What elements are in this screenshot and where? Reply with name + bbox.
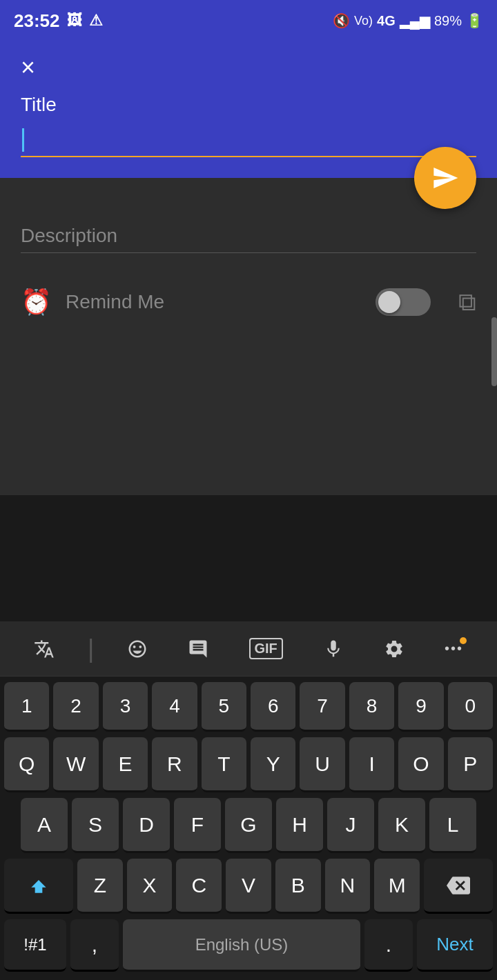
backspace-icon [447,874,470,897]
key-4[interactable]: 4 [152,682,197,732]
key-m[interactable]: M [374,859,420,914]
alert-icon: ⚠ [89,12,103,30]
key-1[interactable]: 1 [4,682,49,732]
key-b[interactable]: B [275,859,321,914]
key-k[interactable]: K [378,798,425,853]
key-f[interactable]: F [174,798,221,853]
key-n[interactable]: N [325,859,371,914]
zxcv-row: Z X C V B N M [0,856,497,917]
key-o[interactable]: O [398,737,443,792]
key-u[interactable]: U [300,737,344,792]
key-7[interactable]: 7 [300,682,344,732]
content-area: ⏰ Remind Me ⧉ [0,178,497,495]
space-button[interactable]: English (US) [123,919,360,972]
title-input-container [21,123,476,157]
status-time: 23:52 [14,10,60,32]
period-button[interactable]: . [364,919,413,972]
key-j[interactable]: J [327,798,374,853]
key-2[interactable]: 2 [53,682,98,732]
remind-icon: ⏰ [21,288,52,317]
sticker-button[interactable] [181,632,215,666]
key-9[interactable]: 9 [398,682,443,732]
settings-button[interactable] [377,632,411,666]
key-x[interactable]: X [127,859,173,914]
send-button[interactable] [414,147,476,209]
key-z[interactable]: Z [77,859,123,914]
next-button[interactable]: Next [417,919,493,972]
asdf-row: A S D F G H J K L [0,795,497,856]
shift-icon [28,874,50,897]
comma-label: , [92,933,97,957]
battery-percent: 89% [434,13,462,29]
key-l[interactable]: L [429,798,476,853]
backspace-button[interactable] [424,859,493,914]
key-a[interactable]: A [21,798,68,853]
key-5[interactable]: 5 [202,682,246,732]
gif-label: GIF [249,638,283,659]
signal-icon: ▂▄▆ [400,12,430,29]
key-0[interactable]: 0 [448,682,493,732]
status-time-area: 23:52 🖼 ⚠ [14,10,103,32]
close-button[interactable]: × [21,55,35,80]
network-type: 4G [377,13,396,29]
gallery-icon: 🖼 [67,12,82,30]
emoji-button[interactable] [120,632,155,666]
next-label: Next [436,934,473,955]
sym-label: !#1 [23,935,46,954]
remind-toggle[interactable] [376,288,431,316]
key-i[interactable]: I [349,737,394,792]
battery-icon: 🔋 [466,12,483,29]
comma-button[interactable]: , [70,919,119,972]
key-t[interactable]: T [202,737,246,792]
text-cursor [22,128,24,152]
key-g[interactable]: G [225,798,272,853]
key-p[interactable]: P [448,737,493,792]
space-label: English (US) [195,935,289,954]
number-row: 1 2 3 4 5 6 7 8 9 0 [0,677,497,734]
key-y[interactable]: Y [251,737,295,792]
toolbar-divider: | [88,634,94,663]
scrollbar[interactable] [491,317,497,386]
gif-button[interactable]: GIF [242,631,290,666]
key-v[interactable]: V [226,859,271,914]
key-c[interactable]: C [176,859,222,914]
key-r[interactable]: R [152,737,197,792]
key-6[interactable]: 6 [251,682,295,732]
translate-button[interactable] [27,632,61,666]
toggle-thumb [378,291,400,313]
send-icon [431,164,459,192]
key-s[interactable]: S [72,798,119,853]
sym-button[interactable]: !#1 [4,919,66,972]
key-3[interactable]: 3 [103,682,148,732]
shift-button[interactable] [4,859,73,914]
period-label: . [386,933,391,957]
qwerty-row: Q W E R T Y U I O P [0,734,497,795]
key-q[interactable]: Q [4,737,49,792]
keyboard: | GIF ••• 1 2 [0,621,497,980]
status-right-icons: 🔇 Vo) 4G ▂▄▆ 89% 🔋 [333,12,483,29]
copy-icon[interactable]: ⧉ [458,288,476,317]
key-h[interactable]: H [276,798,323,853]
title-label: Title [21,94,476,116]
remind-row: ⏰ Remind Me ⧉ [21,288,476,317]
key-w[interactable]: W [53,737,98,792]
remind-label: Remind Me [66,291,362,313]
mic-button[interactable] [316,632,351,666]
keyboard-toolbar: | GIF ••• [0,621,497,677]
status-bar: 23:52 🖼 ⚠ 🔇 Vo) 4G ▂▄▆ 89% 🔋 [0,0,497,41]
description-input[interactable] [21,219,476,253]
key-e[interactable]: E [103,737,148,792]
title-input[interactable] [21,123,476,157]
volte-icon: Vo) [354,14,373,28]
key-d[interactable]: D [123,798,170,853]
app-header: × Title [0,41,497,178]
bottom-row: !#1 , English (US) . Next [0,917,497,980]
mute-icon: 🔇 [333,12,350,29]
more-button[interactable]: ••• [438,634,470,663]
key-8[interactable]: 8 [349,682,394,732]
